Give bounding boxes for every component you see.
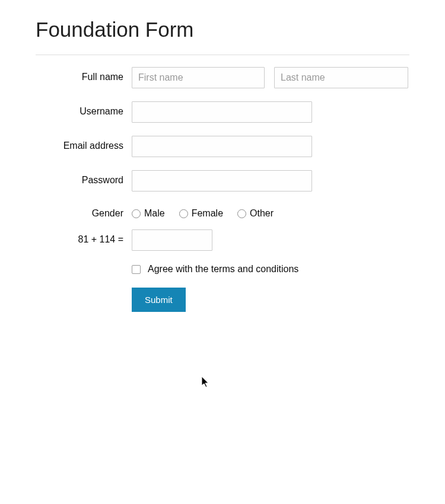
label-captcha: 81 + 114 = [36, 229, 132, 245]
radio-icon [179, 209, 188, 218]
radio-icon [132, 209, 141, 218]
radio-female-label: Female [192, 208, 223, 219]
label-gender: Gender [36, 205, 132, 219]
terms-checkbox[interactable]: Agree with the terms and conditions [132, 264, 298, 275]
label-username: Username [36, 101, 132, 117]
radio-male-label: Male [144, 208, 165, 219]
radio-male[interactable]: Male [132, 208, 165, 219]
submit-button[interactable]: Submit [132, 288, 186, 312]
label-email: Email address [36, 136, 132, 151]
last-name-input[interactable] [274, 67, 408, 88]
checkbox-icon [132, 265, 141, 274]
radio-other-label: Other [250, 208, 274, 219]
divider [36, 55, 409, 55]
first-name-input[interactable] [132, 67, 265, 88]
radio-icon [237, 209, 246, 218]
label-password: Password [36, 170, 132, 186]
captcha-input[interactable] [132, 229, 212, 251]
radio-female[interactable]: Female [179, 208, 223, 219]
terms-label: Agree with the terms and conditions [148, 264, 298, 275]
email-input[interactable] [132, 136, 312, 157]
radio-other[interactable]: Other [237, 208, 274, 219]
password-input[interactable] [132, 170, 312, 192]
username-input[interactable] [132, 101, 312, 123]
label-full-name: Full name [36, 67, 132, 82]
page-title: Foundation Form [36, 18, 409, 42]
